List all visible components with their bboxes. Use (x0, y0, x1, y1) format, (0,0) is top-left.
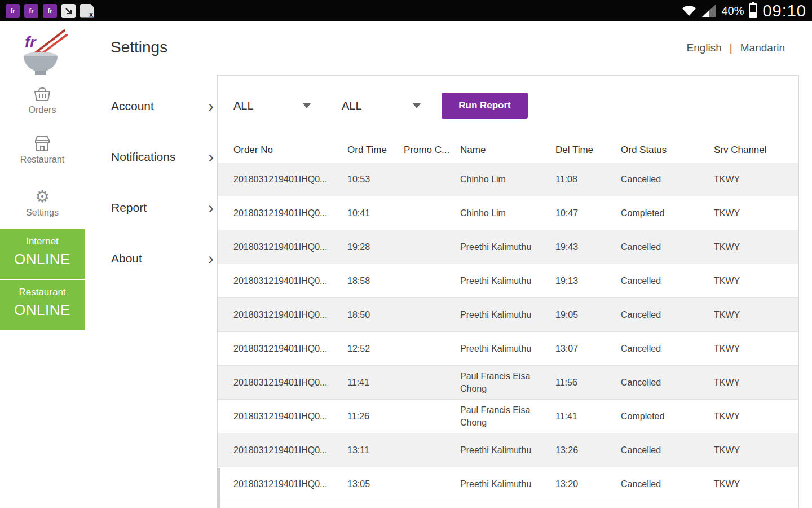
table-cell: 11:56 (555, 378, 621, 388)
table-cell: Completed (621, 208, 714, 218)
table-cell: Preethi Kalimuthu (460, 444, 555, 457)
menu-item-label: About (111, 252, 142, 265)
table-cell: 19:13 (555, 276, 621, 286)
sidebar: fr Orders Restaurant ⚙ Settings Internet (0, 21, 85, 508)
menu-item-notifications[interactable]: Notifications › (111, 147, 214, 167)
app-icon-label: fr (48, 7, 52, 14)
app-notification-icon: fr (6, 4, 20, 18)
table-cell: TKWY (714, 445, 793, 456)
table-cell: TKWY (714, 174, 793, 185)
table-cell: TKWY (714, 479, 793, 489)
table-row[interactable]: 2018031219401IHQ0...18:50Preethi Kalimut… (218, 298, 798, 332)
table-cell: 11:26 (347, 411, 404, 422)
filter-dropdown-1[interactable]: ALL (233, 99, 311, 112)
column-header: Promo C... (404, 144, 460, 156)
internet-online-status[interactable]: Internet ONLINE (0, 229, 85, 279)
dropdown-value: ALL (233, 99, 254, 112)
settings-gear-icon: ⚙ (0, 187, 85, 205)
menu-item-label: Notifications (111, 150, 175, 164)
column-header: Name (460, 144, 555, 157)
caret-down-icon (303, 103, 311, 108)
table-cell: 2018031219401IHQ0... (233, 174, 347, 185)
language-mandarin[interactable]: Mandarin (740, 42, 785, 54)
chevron-right-icon: › (208, 202, 214, 213)
sidebar-item-label: Restaurant (0, 155, 85, 165)
table-cell: Cancelled (621, 378, 714, 388)
status-box-title: Internet (0, 229, 85, 247)
table-cell: Paul Francis Eisa Chong (460, 404, 555, 428)
table-row[interactable]: 2018031219401IHQ0...11:26Paul Francis Ei… (218, 400, 798, 433)
table-cell: Preethi Kalimuthu (460, 478, 555, 491)
table-cell: Preethi Kalimuthu (460, 275, 555, 287)
app-icon-label: fr (11, 7, 15, 14)
clock: 09:10 (762, 2, 806, 20)
table-cell: 13:11 (347, 445, 404, 456)
app-icon-label: fr (29, 7, 34, 14)
menu-item-about[interactable]: About › (111, 248, 214, 269)
table-cell: TKWY (714, 344, 793, 354)
battery-percent: 40% (721, 5, 744, 17)
table-cell: 13:07 (555, 344, 621, 354)
table-cell: Cancelled (621, 479, 714, 489)
table-cell: Preethi Kalimuthu (460, 343, 555, 355)
table-cell: 2018031219401IHQ0... (233, 378, 347, 388)
language-switcher: English | Mandarin (687, 42, 785, 54)
table-row[interactable]: 2018031219401IHQ0...13:11Preethi Kalimut… (218, 433, 798, 467)
table-body: 2018031219401IHQ0...10:53Chinho Lim11:08… (218, 163, 798, 501)
table-row[interactable]: 2018031219401IHQ0...10:53Chinho Lim11:08… (218, 163, 798, 196)
table-cell: 2018031219401IHQ0... (233, 344, 347, 354)
filter-dropdown-2[interactable]: ALL (342, 99, 421, 112)
app-notification-icon: fr (24, 4, 38, 18)
status-box-title: Restaurant (0, 280, 85, 298)
table-row[interactable]: 2018031219401IHQ0...11:41Paul Francis Ei… (218, 366, 798, 400)
table-cell: 19:28 (347, 242, 404, 252)
table-cell: Cancelled (621, 445, 714, 456)
signal-icon (701, 5, 716, 17)
table-cell: 19:05 (555, 310, 621, 320)
chevron-right-icon: › (208, 100, 214, 112)
sidebar-item-label: Settings (0, 208, 85, 218)
column-header: Ord Time (347, 144, 404, 156)
table-row[interactable]: 2018031219401IHQ0...19:28Preethi Kalimut… (218, 230, 798, 264)
table-cell: 13:26 (555, 445, 621, 456)
table-cell: 10:47 (555, 208, 621, 218)
restaurant-storefront-icon (0, 134, 85, 152)
chevron-right-icon: › (208, 151, 214, 163)
battery-icon (749, 3, 757, 18)
restaurant-online-status[interactable]: Restaurant ONLINE (0, 280, 85, 330)
table-row[interactable]: 2018031219401IHQ0...10:41Chinho Lim10:47… (218, 196, 798, 230)
app-notification-icon: fr (43, 4, 57, 18)
table-row[interactable]: 2018031219401IHQ0...12:52Preethi Kalimut… (218, 332, 798, 366)
caret-down-icon (413, 103, 421, 108)
language-english[interactable]: English (687, 42, 722, 54)
table-row[interactable]: 2018031219401IHQ0...18:58Preethi Kalimut… (218, 264, 798, 298)
sidebar-item-restaurant[interactable]: Restaurant (0, 134, 85, 165)
column-header: Ord Status (621, 144, 714, 156)
table-cell: TKWY (714, 310, 793, 320)
status-box-state: ONLINE (0, 251, 85, 268)
sidebar-item-settings[interactable]: ⚙ Settings (0, 187, 85, 218)
page-title: Settings (111, 38, 167, 56)
table-cell: 18:58 (347, 276, 404, 286)
table-cell: Completed (621, 411, 714, 422)
table-cell: 12:52 (347, 344, 404, 354)
table-cell: Cancelled (621, 174, 714, 185)
table-cell: TKWY (714, 208, 793, 218)
table-row[interactable]: 2018031219401IHQ0...13:05Preethi Kalimut… (218, 467, 798, 501)
table-cell: 10:41 (347, 208, 404, 218)
menu-item-report[interactable]: Report › (111, 198, 214, 218)
table-cell: Paul Francis Eisa Chong (460, 370, 555, 395)
report-filters: ALL ALL Run Report (233, 93, 528, 119)
table-cell: TKWY (714, 242, 793, 252)
sd-error-mark: x (89, 11, 93, 19)
app-logo: fr (0, 25, 85, 81)
menu-item-label: Account (111, 99, 154, 113)
dropdown-value: ALL (342, 99, 362, 112)
table-cell: Cancelled (621, 310, 714, 320)
run-report-button[interactable]: Run Report (442, 93, 528, 119)
table-cell: TKWY (714, 378, 793, 388)
menu-item-account[interactable]: Account › (111, 96, 214, 116)
sidebar-item-orders[interactable]: Orders (0, 85, 85, 115)
scrollbar-thumb[interactable] (217, 468, 220, 508)
chevron-right-icon: › (208, 253, 214, 264)
